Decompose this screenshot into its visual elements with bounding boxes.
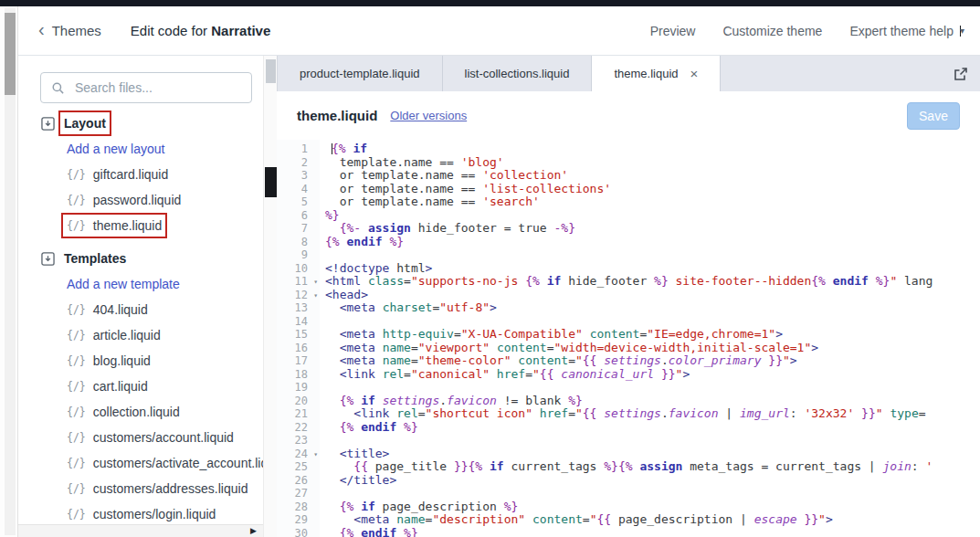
preview-link[interactable]: Preview [650, 24, 696, 38]
fold-arrow-icon[interactable]: ▾ [313, 276, 318, 290]
file-tree-add-link[interactable]: Add a new layout [18, 136, 263, 162]
line-number[interactable]: 29 [277, 513, 320, 527]
line-number[interactable]: 21 [277, 407, 320, 421]
file-tree-file[interactable]: {/}collection.liquid [18, 399, 263, 425]
line-number[interactable]: 4 [277, 183, 320, 196]
line-number[interactable]: 8 [277, 236, 320, 249]
tab-product-template.liquid[interactable]: product-template.liquid [278, 56, 443, 91]
line-number[interactable]: 7 [277, 222, 320, 236]
line-number[interactable]: 22 [277, 421, 320, 435]
line-number[interactable]: 9 [277, 248, 320, 262]
line-number[interactable]: 11▾ [277, 275, 320, 289]
tab-theme.liquid[interactable]: theme.liquid× [592, 56, 721, 92]
code-line[interactable]: <meta name="description" content="{{ pag… [325, 513, 980, 527]
code-line[interactable]: </title> [325, 474, 980, 488]
tab-list-collections.liquid[interactable]: list-collections.liquid [443, 56, 593, 91]
line-number[interactable]: 30 [277, 527, 320, 537]
file-tree-file[interactable]: {/}giftcard.liquid [18, 162, 263, 187]
line-number[interactable]: 15 [277, 328, 320, 342]
code-line[interactable]: template.name == 'blog' [325, 156, 980, 170]
window-scrollbar-track[interactable] [5, 8, 16, 535]
line-number[interactable]: 1 [277, 142, 320, 156]
sidebar-scrollbar[interactable] [263, 56, 277, 537]
code-line[interactable]: or template.name == 'search' [325, 195, 980, 209]
code-editor[interactable]: 1234567891011▾12▾13141516171819202122232… [277, 140, 980, 537]
code-line[interactable]: <meta charset="utf-8"> [325, 301, 980, 315]
line-number[interactable]: 27 [277, 487, 320, 500]
code-line[interactable]: <meta name="viewport" content="width=dev… [325, 342, 980, 355]
code-line[interactable]: %} [325, 209, 980, 223]
code-line[interactable]: <head> [325, 289, 980, 302]
code-line[interactable] [325, 248, 980, 262]
folder-disclosure-icon[interactable] [41, 252, 55, 266]
code-line[interactable]: or template.name == 'list-collections' [325, 183, 980, 196]
line-number[interactable]: 2 [277, 156, 320, 170]
code-line[interactable]: {{ page_title }}{% if current_tags %}{% … [325, 460, 980, 474]
line-number[interactable]: 6 [277, 209, 320, 223]
code-line[interactable]: {% endif %} [325, 421, 980, 435]
code-line[interactable]: <!doctype html> [325, 262, 980, 276]
line-number[interactable]: 19 [277, 381, 320, 395]
line-number[interactable]: 25 [277, 460, 320, 474]
close-tab-icon[interactable]: × [690, 67, 699, 80]
sidebar-scrollbar-thumb[interactable] [265, 167, 277, 197]
file-tree-file[interactable]: {/}customers/login.liquid [18, 501, 263, 527]
code-line[interactable] [325, 315, 980, 329]
fold-arrow-icon[interactable]: ▾ [313, 290, 318, 303]
fullscreen-button[interactable] [953, 66, 969, 82]
code-line[interactable]: <title> [325, 448, 980, 461]
code-line[interactable]: {% if page_description %} [325, 500, 980, 514]
search-input[interactable] [73, 79, 241, 96]
editor-code[interactable]: {% if template.name == 'blog' or templat… [320, 140, 980, 537]
line-number[interactable]: 16 [277, 342, 320, 355]
code-line[interactable]: or template.name == 'collection' [325, 169, 980, 183]
file-tree-file[interactable]: {/}cart.liquid [18, 374, 263, 399]
file-tree-section-layout[interactable]: Layout [18, 111, 263, 136]
line-number[interactable]: 12▾ [277, 289, 320, 302]
code-line[interactable]: <meta name="theme-color" content="{{ set… [325, 354, 980, 368]
code-line[interactable]: {% if [325, 142, 980, 156]
code-line[interactable]: <link rel="canonical" href="{{ canonical… [325, 368, 980, 382]
line-number[interactable]: 14 [277, 315, 320, 329]
line-number[interactable]: 28 [277, 500, 320, 514]
line-number[interactable]: 17 [277, 354, 320, 368]
file-tree-file[interactable]: {/}customers/account.liquid [18, 425, 263, 450]
folder-disclosure-icon[interactable] [41, 117, 55, 131]
line-number[interactable]: 23 [277, 434, 320, 448]
scroll-right-arrow-icon[interactable]: ▶ [250, 526, 257, 536]
line-number[interactable]: 10 [277, 262, 320, 276]
line-number[interactable]: 20 [277, 395, 320, 408]
code-line[interactable]: {% endif %} [325, 236, 980, 249]
file-tree-section-templates[interactable]: Templates [18, 246, 263, 271]
code-line[interactable]: {%- assign hide_footer = true -%} [325, 222, 980, 236]
sidebar-horizontal-scrollbar[interactable]: ▶ [18, 524, 263, 537]
line-number[interactable]: 3 [277, 169, 320, 183]
back-to-themes-link[interactable]: ‹ Themes [38, 23, 101, 38]
save-button[interactable]: Save [907, 102, 960, 130]
line-number[interactable]: 13 [277, 301, 320, 315]
file-tree-file[interactable]: {/}customers/activate_account.liquid [18, 450, 263, 476]
code-line[interactable]: {% endif %} [325, 527, 980, 537]
code-line[interactable] [325, 434, 980, 448]
expert-theme-help-link[interactable]: Expert theme help▾ [849, 24, 960, 38]
code-line[interactable] [325, 381, 980, 395]
file-tree-add-link[interactable]: Add a new template [18, 271, 263, 297]
older-versions-link[interactable]: Older versions [390, 109, 467, 122]
window-scrollbar[interactable] [0, 6, 18, 537]
fold-arrow-icon[interactable]: ▾ [313, 448, 318, 462]
line-number[interactable]: 18 [277, 368, 320, 382]
code-line[interactable]: <meta http-equiv="X-UA-Compatible" conte… [325, 328, 980, 342]
file-tree-file[interactable]: {/}theme.liquid [18, 213, 263, 238]
code-line[interactable] [325, 487, 980, 500]
file-tree-file[interactable]: {/}blog.liquid [18, 348, 263, 374]
code-line[interactable]: <html class="supports-no-js {% if hide_f… [325, 275, 980, 289]
window-scrollbar-thumb[interactable] [5, 13, 16, 95]
sidebar-scrollbar-thumb-top[interactable] [266, 59, 276, 83]
line-number[interactable]: 5 [277, 195, 320, 209]
code-line[interactable]: <link rel="shortcut icon" href="{{ setti… [325, 407, 980, 421]
file-tree-file[interactable]: {/}404.liquid [18, 297, 263, 322]
code-line[interactable]: {% if settings.favicon != blank %} [325, 395, 980, 408]
line-number[interactable]: 26 [277, 474, 320, 488]
file-tree-file[interactable]: {/}password.liquid [18, 187, 263, 213]
file-tree-file[interactable]: {/}article.liquid [18, 322, 263, 348]
